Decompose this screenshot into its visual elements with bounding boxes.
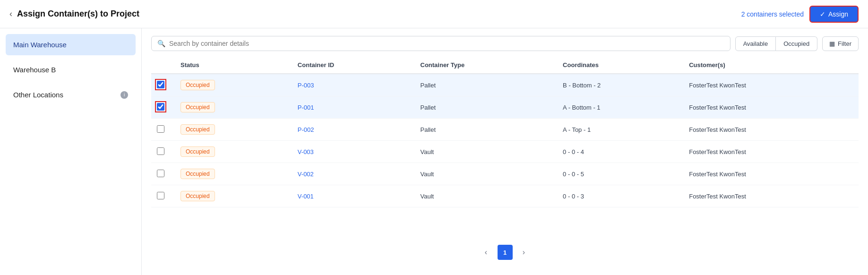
status-cell: Occupied (175, 74, 292, 96)
selected-count-text: 2 containers selected (741, 10, 804, 18)
container-id-cell: P-003 (292, 74, 415, 96)
container-id-link[interactable]: V-002 (298, 171, 314, 178)
page-number-1[interactable]: 1 (498, 245, 513, 260)
status-cell: Occupied (175, 185, 292, 207)
container-type-cell: Pallet (415, 96, 558, 119)
table-row: OccupiedP-003PalletB - Bottom - 2FosterT… (151, 74, 859, 96)
row-select-checkbox[interactable] (157, 192, 164, 199)
prev-page-button[interactable]: ‹ (479, 245, 494, 260)
coordinates-cell: 0 - 0 - 3 (557, 185, 683, 207)
filter-icon: ▦ (829, 40, 835, 47)
check-icon: ✓ (820, 10, 825, 18)
sidebar: Main Warehouse Warehouse B Other Locatio… (0, 28, 142, 275)
filter-button[interactable]: ▦ Filter (822, 36, 859, 51)
occupied-filter-button[interactable]: Occupied (776, 36, 817, 51)
status-badge: Occupied (180, 169, 215, 179)
sidebar-item-label: Other Locations (13, 91, 63, 99)
col-container-id: Container ID (292, 57, 415, 74)
status-badge: Occupied (180, 191, 215, 201)
container-id-cell: P-002 (292, 119, 415, 141)
col-status: Status (175, 57, 292, 74)
table-row: OccupiedV-002Vault0 - 0 - 5FosterTest Kw… (151, 163, 859, 185)
sidebar-item-warehouse-b[interactable]: Warehouse B (6, 59, 136, 80)
row-select-checkbox[interactable] (157, 147, 164, 155)
main-content: 🔍 Available Occupied ▦ Filter Status Con… (142, 28, 868, 275)
pagination: ‹ 1 › (151, 237, 859, 267)
page-header: ‹ Assign Container(s) to Project 2 conta… (0, 0, 868, 28)
status-cell: Occupied (175, 119, 292, 141)
container-type-cell: Vault (415, 163, 558, 185)
customers-cell: FosterTest KwonTest (683, 141, 859, 163)
toolbar: 🔍 Available Occupied ▦ Filter (151, 36, 859, 51)
container-id-cell: V-003 (292, 141, 415, 163)
sidebar-item-label: Main Warehouse (13, 41, 67, 49)
status-cell: Occupied (175, 96, 292, 119)
checkbox-cell (151, 141, 175, 163)
checkbox-cell (151, 96, 175, 119)
col-customers: Customer(s) (683, 57, 859, 74)
col-coordinates: Coordinates (557, 57, 683, 74)
container-id-cell: P-001 (292, 96, 415, 119)
container-type-cell: Vault (415, 185, 558, 207)
sidebar-item-main-warehouse[interactable]: Main Warehouse (6, 34, 136, 55)
customers-cell: FosterTest KwonTest (683, 119, 859, 141)
container-id-link[interactable]: P-001 (298, 104, 314, 111)
checkbox-cell (151, 185, 175, 207)
status-badge: Occupied (180, 124, 215, 135)
search-icon: 🔍 (157, 40, 165, 47)
customers-cell: FosterTest KwonTest (683, 185, 859, 207)
coordinates-cell: A - Bottom - 1 (557, 96, 683, 119)
table-row: OccupiedP-001PalletA - Bottom - 1FosterT… (151, 96, 859, 119)
assign-button[interactable]: ✓ Assign (809, 6, 859, 23)
available-filter-button[interactable]: Available (735, 36, 776, 51)
status-badge: Occupied (180, 146, 215, 157)
checkbox-cell (151, 119, 175, 141)
container-id-link[interactable]: V-003 (298, 148, 314, 155)
row-select-checkbox[interactable] (157, 103, 164, 111)
customers-cell: FosterTest KwonTest (683, 96, 859, 119)
coordinates-cell: 0 - 0 - 5 (557, 163, 683, 185)
status-cell: Occupied (175, 141, 292, 163)
container-id-cell: V-001 (292, 185, 415, 207)
row-select-checkbox[interactable] (157, 170, 164, 177)
container-id-cell: V-002 (292, 163, 415, 185)
header-left: ‹ Assign Container(s) to Project (9, 9, 139, 19)
table-row: OccupiedP-002PalletA - Top - 1FosterTest… (151, 119, 859, 141)
search-input[interactable] (169, 40, 724, 47)
search-wrapper: 🔍 (151, 36, 730, 51)
page-layout: Main Warehouse Warehouse B Other Locatio… (0, 28, 868, 275)
container-table: Status Container ID Container Type Coord… (151, 57, 859, 232)
table-row: OccupiedV-001Vault0 - 0 - 3FosterTest Kw… (151, 185, 859, 207)
info-icon: i (120, 91, 128, 99)
coordinates-cell: B - Bottom - 2 (557, 74, 683, 96)
page-title: Assign Container(s) to Project (17, 9, 139, 19)
header-right: 2 containers selected ✓ Assign (741, 6, 859, 23)
back-icon[interactable]: ‹ (9, 9, 12, 19)
container-type-cell: Vault (415, 141, 558, 163)
container-type-cell: Pallet (415, 74, 558, 96)
next-page-button[interactable]: › (516, 245, 532, 260)
status-badge: Occupied (180, 102, 215, 112)
coordinates-cell: 0 - 0 - 4 (557, 141, 683, 163)
col-checkbox (151, 57, 175, 74)
container-id-link[interactable]: V-001 (298, 193, 314, 200)
table: Status Container ID Container Type Coord… (151, 57, 859, 207)
row-select-checkbox[interactable] (157, 81, 164, 88)
status-cell: Occupied (175, 163, 292, 185)
container-type-cell: Pallet (415, 119, 558, 141)
sidebar-item-other-locations[interactable]: Other Locations i (6, 84, 136, 105)
col-container-type: Container Type (415, 57, 558, 74)
customers-cell: FosterTest KwonTest (683, 163, 859, 185)
status-badge: Occupied (180, 80, 215, 90)
sidebar-item-label: Warehouse B (13, 66, 56, 74)
checkbox-cell (151, 74, 175, 96)
container-id-link[interactable]: P-003 (298, 82, 314, 89)
checkbox-cell (151, 163, 175, 185)
filter-btn-group: Available Occupied (735, 36, 817, 51)
customers-cell: FosterTest KwonTest (683, 74, 859, 96)
container-id-link[interactable]: P-002 (298, 126, 314, 133)
row-select-checkbox[interactable] (157, 125, 164, 133)
table-row: OccupiedV-003Vault0 - 0 - 4FosterTest Kw… (151, 141, 859, 163)
table-header-row: Status Container ID Container Type Coord… (151, 57, 859, 74)
coordinates-cell: A - Top - 1 (557, 119, 683, 141)
